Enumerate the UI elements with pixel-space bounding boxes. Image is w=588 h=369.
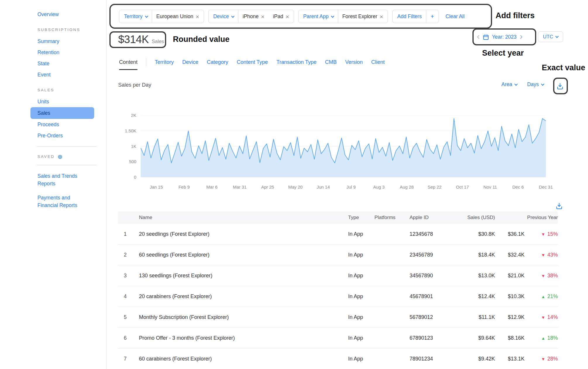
- chevron-down-icon: [145, 14, 148, 18]
- tab-content[interactable]: Content: [119, 59, 137, 65]
- filter-field-label: Parent App: [303, 13, 329, 20]
- tab-territory[interactable]: Territory: [155, 59, 174, 65]
- product-type: In App: [348, 335, 374, 341]
- sales-table: NameTypePlatformsApple IDSales (USD)Prev…: [118, 211, 558, 369]
- interval-selector[interactable]: Days: [527, 81, 544, 88]
- row-rank: 4: [118, 293, 133, 300]
- chart-title: Sales per Day: [118, 82, 151, 88]
- table-header: NameTypePlatformsApple IDSales (USD)Prev…: [118, 211, 558, 224]
- tab-cmb[interactable]: CMB: [325, 59, 337, 65]
- add-filters-button[interactable]: Add Filters: [393, 10, 426, 23]
- filter-field-label: Device: [213, 13, 229, 20]
- apple-id: 23456789: [410, 252, 448, 258]
- table-row[interactable]: 120 seedlings (Forest Explorer)In App123…: [118, 224, 558, 245]
- column-header-sales-usd: Sales (USD): [448, 215, 495, 221]
- sales-area-chart: [141, 115, 546, 177]
- annotation-exact-value: Exact value: [542, 63, 585, 72]
- chart-type-selector[interactable]: Area: [501, 81, 517, 88]
- y-axis-label: 0: [115, 175, 136, 180]
- download-table-button[interactable]: [555, 202, 563, 211]
- next-year-button[interactable]: ›: [520, 32, 523, 42]
- table-row[interactable]: 760 carabiners (Forest Explorer)In App78…: [118, 348, 558, 369]
- product-type: In App: [348, 273, 374, 279]
- x-axis-label: Sep 22: [428, 184, 442, 189]
- x-axis-label: Dec 31: [539, 184, 553, 189]
- filter-chip-label: iPhone: [243, 13, 259, 20]
- sales-value: $9.64K: [448, 335, 495, 341]
- apple-id: 12345678: [410, 231, 448, 237]
- filter-chip-ipad: iPad×: [269, 10, 293, 23]
- x-axis-label: Mar 31: [233, 184, 247, 189]
- tab-category[interactable]: Category: [207, 59, 228, 65]
- add-filters-group: Add Filters+: [392, 10, 439, 23]
- previous-sales-value: $36.1K: [495, 231, 525, 237]
- column-header-platforms: Platforms: [374, 215, 410, 221]
- remove-filter-icon[interactable]: ×: [193, 13, 202, 20]
- filter-chip-label: Forest Explorer: [342, 13, 377, 20]
- filter-bar: TerritoryEuropean Union×DeviceiPhone×iPa…: [119, 10, 465, 23]
- trend-down-icon: ▼: [541, 253, 545, 257]
- sales-value: $18.4K: [448, 252, 495, 258]
- timezone-label: UTC: [543, 34, 553, 40]
- year-label[interactable]: Year: 2023: [492, 34, 517, 40]
- filter-field-territory[interactable]: Territory: [119, 10, 152, 23]
- filter-field-device[interactable]: Device: [209, 10, 238, 23]
- filter-field-label: Territory: [124, 13, 142, 20]
- tab-version[interactable]: Version: [345, 59, 363, 65]
- column-header-apple-id: Apple ID: [410, 215, 448, 221]
- trend-up-icon: ▲: [541, 294, 545, 299]
- change-cell: ▼14%: [525, 314, 558, 320]
- previous-sales-value: $12.9K: [495, 314, 525, 320]
- x-axis-label: Jun 14: [317, 184, 330, 189]
- change-percent: 15%: [547, 231, 558, 237]
- apple-id: 34567890: [410, 273, 448, 279]
- table-row[interactable]: 3130 seedlings (Forest Explorer)In App34…: [118, 265, 558, 286]
- table-row[interactable]: 5Monthly Subscription (Forest Explorer)I…: [118, 307, 558, 328]
- previous-year-button[interactable]: ‹: [477, 32, 480, 42]
- interval-label: Days: [527, 81, 539, 88]
- filter-chip-forest-explorer: Forest Explorer×: [338, 10, 388, 23]
- remove-filter-icon[interactable]: ×: [377, 13, 386, 20]
- product-name: 60 seedlings (Forest Explorer): [133, 252, 348, 258]
- sales-total-metric: $314K Sales: [118, 33, 164, 46]
- x-axis-label: Feb 9: [178, 184, 190, 189]
- sales-value: $13.0K: [448, 273, 495, 279]
- product-type: In App: [348, 293, 374, 300]
- tab-device[interactable]: Device: [182, 59, 198, 65]
- chevron-down-icon: [331, 14, 334, 18]
- change-cell: ▼43%: [525, 252, 558, 258]
- product-type: In App: [348, 356, 374, 362]
- chart-type-label: Area: [501, 81, 512, 88]
- product-name: 20 seedlings (Forest Explorer): [133, 231, 348, 237]
- add-filter-plus-button[interactable]: +: [426, 10, 439, 23]
- tab-transaction-type[interactable]: Transaction Type: [276, 59, 317, 65]
- table-row[interactable]: 260 seedlings (Forest Explorer)In App234…: [118, 245, 558, 265]
- filter-chip-label: iPad: [273, 13, 283, 20]
- x-axis-label: Dec 6: [512, 184, 524, 189]
- clear-all-button[interactable]: Clear All: [446, 13, 465, 20]
- product-name: 60 carabiners (Forest Explorer): [133, 356, 348, 362]
- chevron-down-icon: [555, 35, 558, 38]
- tabs: ContentTerritoryDeviceCategoryContent Ty…: [119, 57, 385, 67]
- tab-client[interactable]: Client: [371, 59, 385, 65]
- remove-filter-icon[interactable]: ×: [259, 13, 268, 20]
- filter-group-parent-app: Parent AppForest Explorer×: [298, 10, 388, 23]
- trend-down-icon: ▼: [541, 232, 545, 237]
- y-axis-label: 1.50K: [115, 128, 136, 133]
- row-rank: 6: [118, 335, 133, 341]
- change-percent: 38%: [547, 273, 558, 279]
- chart-controls: Area Days: [501, 81, 544, 88]
- trend-down-icon: ▼: [541, 315, 545, 320]
- tab-content-type[interactable]: Content Type: [237, 59, 268, 65]
- table-row[interactable]: 6Promo Offer - 3 months (Forest Explorer…: [118, 328, 558, 348]
- download-chart-button[interactable]: [556, 82, 564, 91]
- row-rank: 2: [118, 252, 133, 258]
- x-axis-label: Nov 11: [484, 184, 497, 189]
- timezone-selector[interactable]: UTC: [538, 31, 563, 42]
- trend-down-icon: ▼: [541, 357, 545, 361]
- product-type: In App: [348, 231, 374, 237]
- table-row[interactable]: 420 carabiners (Forest Explorer)In App45…: [118, 286, 558, 307]
- remove-filter-icon[interactable]: ×: [283, 13, 292, 20]
- filter-field-parent-app[interactable]: Parent App: [299, 10, 338, 23]
- filter-group-device: DeviceiPhone×iPad×: [208, 10, 294, 23]
